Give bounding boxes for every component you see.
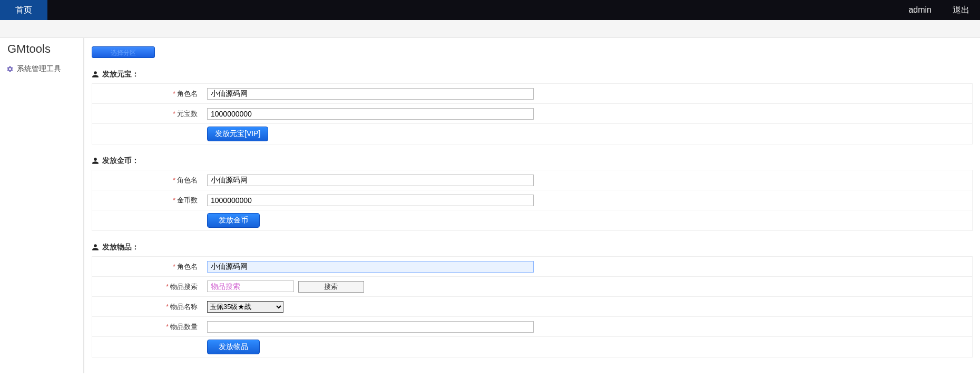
row-item-qty: *物品数量 bbox=[92, 317, 972, 337]
submit-yuanbao-button[interactable]: 发放元宝[VIP] bbox=[207, 127, 268, 141]
label-item-search: *物品搜索 bbox=[92, 279, 203, 295]
home-tab[interactable]: 首页 bbox=[0, 0, 47, 20]
input-gold-amount[interactable] bbox=[207, 195, 534, 206]
user-link[interactable]: admin bbox=[898, 0, 942, 20]
gear-icon bbox=[6, 65, 14, 73]
label-item-name: *物品名称 bbox=[92, 299, 203, 315]
row-yuanbao-role: *角色名 bbox=[92, 84, 972, 104]
sidebar: GMtools 系统管理工具 bbox=[0, 38, 84, 373]
main: GMtools 系统管理工具 选择分区 发放元宝： *角色名 *元宝数 发放元宝… bbox=[0, 38, 980, 373]
section-title-text: 发放元宝： bbox=[102, 70, 139, 79]
label-item-role: *角色名 bbox=[92, 259, 203, 275]
submit-gold-button[interactable]: 发放金币 bbox=[207, 213, 260, 228]
label-item-qty: *物品数量 bbox=[92, 319, 203, 335]
row-gold-role: *角色名 bbox=[92, 170, 972, 190]
input-yuanbao-amount[interactable] bbox=[207, 108, 534, 120]
section-title-yuanbao: 发放元宝： bbox=[92, 70, 973, 79]
label-yuanbao-role: *角色名 bbox=[92, 86, 203, 102]
sidebar-item-label: 系统管理工具 bbox=[17, 64, 61, 74]
input-item-qty[interactable] bbox=[207, 321, 534, 333]
input-gold-role[interactable] bbox=[207, 175, 534, 186]
row-item-name: *物品名称 玉佩35级★战 bbox=[92, 297, 972, 317]
person-icon bbox=[92, 244, 99, 251]
brand: GMtools bbox=[0, 38, 83, 61]
form-gold: *角色名 *金币数 发放金币 bbox=[92, 170, 973, 231]
input-yuanbao-role[interactable] bbox=[207, 88, 534, 100]
input-item-role[interactable] bbox=[207, 261, 534, 273]
sidebar-item-system-tools[interactable]: 系统管理工具 bbox=[0, 61, 83, 77]
section-title-item: 发放物品： bbox=[92, 243, 973, 252]
person-icon bbox=[92, 157, 99, 165]
content: 选择分区 发放元宝： *角色名 *元宝数 发放元宝[VIP] 发放金币： bbox=[84, 38, 980, 373]
section-title-text: 发放金币： bbox=[102, 156, 139, 166]
submit-item-button[interactable]: 发放物品 bbox=[207, 340, 260, 354]
label-gold-role: *角色名 bbox=[92, 172, 203, 188]
zone-select-button[interactable]: 选择分区 bbox=[92, 46, 155, 58]
person-icon bbox=[92, 71, 99, 78]
label-gold-amount: *金币数 bbox=[92, 192, 203, 208]
input-item-search[interactable] bbox=[207, 280, 294, 292]
section-title-text: 发放物品： bbox=[102, 243, 139, 252]
row-gold-submit: 发放金币 bbox=[92, 210, 972, 230]
form-yuanbao: *角色名 *元宝数 发放元宝[VIP] bbox=[92, 83, 973, 144]
topbar: 首页 admin 退出 bbox=[0, 0, 980, 20]
row-item-role: *角色名 bbox=[92, 257, 972, 277]
row-item-search: *物品搜索 搜索 bbox=[92, 277, 972, 297]
form-item: *角色名 *物品搜索 搜索 *物品名称 玉佩35级★战 *物品数量 bbox=[92, 256, 973, 357]
section-title-gold: 发放金币： bbox=[92, 156, 973, 166]
row-yuanbao-submit: 发放元宝[VIP] bbox=[92, 124, 972, 144]
breadcrumb-bar bbox=[0, 20, 980, 38]
search-button[interactable]: 搜索 bbox=[298, 281, 364, 293]
label-yuanbao-amount: *元宝数 bbox=[92, 106, 203, 122]
row-gold-amount: *金币数 bbox=[92, 190, 972, 210]
row-item-submit: 发放物品 bbox=[92, 337, 972, 357]
select-item-name[interactable]: 玉佩35级★战 bbox=[207, 301, 283, 313]
topbar-spacer bbox=[47, 0, 898, 20]
logout-link[interactable]: 退出 bbox=[942, 0, 980, 20]
row-yuanbao-amount: *元宝数 bbox=[92, 104, 972, 124]
